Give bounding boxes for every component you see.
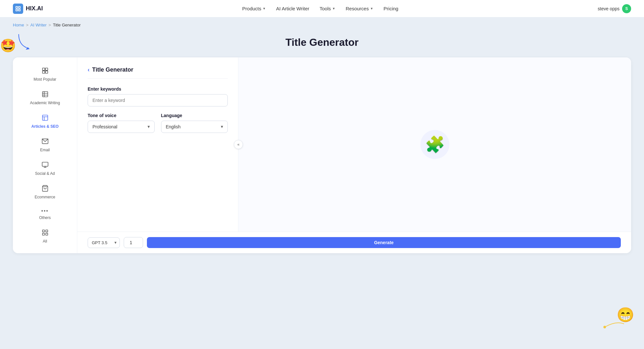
- gpt-select[interactable]: GPT 3.5 GPT 4: [88, 237, 120, 248]
- form-output-inner: ‹ Title Generator Enter keywords Tone of…: [77, 57, 631, 232]
- svg-rect-7: [42, 71, 44, 73]
- back-button[interactable]: ‹: [88, 66, 90, 73]
- puzzle-graphic: 🧩: [420, 130, 449, 159]
- more-icon: •••: [41, 208, 49, 214]
- sidebar-item-all[interactable]: All: [15, 224, 74, 248]
- nav-products[interactable]: Products ▼: [242, 6, 266, 11]
- products-chevron-icon: ▼: [263, 7, 266, 10]
- floating-emoji-bottom: 😁: [617, 306, 634, 323]
- logo[interactable]: HIX.AI: [13, 4, 43, 14]
- language-col: Language English Spanish French German C…: [161, 113, 228, 133]
- breadcrumb-sep-1: >: [26, 23, 29, 27]
- nav-pricing[interactable]: Pricing: [384, 6, 399, 11]
- all-icon: [42, 229, 49, 237]
- sidebar-item-articles-seo[interactable]: Articles & SEO: [15, 110, 74, 133]
- breadcrumb-home[interactable]: Home: [13, 23, 24, 27]
- breadcrumb-ai-writer[interactable]: AI Writer: [30, 23, 46, 27]
- tools-chevron-icon: ▼: [332, 7, 335, 10]
- resources-chevron-icon: ▼: [370, 7, 373, 10]
- breadcrumb: Home > AI Writer > Title Generator: [0, 17, 644, 30]
- output-placeholder: 🧩: [420, 130, 449, 159]
- tone-col: Tone of voice Professional Casual Formal…: [88, 113, 155, 133]
- tone-language-row: Tone of voice Professional Casual Formal…: [88, 113, 228, 133]
- svg-rect-21: [42, 230, 44, 232]
- header: HIX.AI Products ▼ AI Article Writer Tool…: [0, 0, 644, 17]
- shopping-icon: [42, 185, 49, 193]
- tone-select[interactable]: Professional Casual Formal Friendly Humo…: [88, 121, 155, 133]
- layout-icon: [42, 114, 49, 122]
- svg-rect-8: [45, 71, 47, 73]
- svg-rect-3: [16, 9, 17, 11]
- svg-rect-24: [45, 233, 47, 235]
- avatar: S: [622, 4, 631, 13]
- floating-emoji-top: 🤩: [0, 38, 16, 53]
- page-title: Title Generator: [0, 36, 644, 48]
- main-nav: Products ▼ AI Article Writer Tools ▼ Res…: [242, 6, 399, 11]
- sidebar-item-others[interactable]: ••• Others: [15, 204, 74, 224]
- sidebar-item-email[interactable]: Email: [15, 133, 74, 157]
- breadcrumb-sep-2: >: [49, 23, 51, 27]
- nav-ai-article-writer[interactable]: AI Article Writer: [276, 6, 309, 11]
- collapse-button[interactable]: «: [234, 140, 243, 149]
- book-icon: [42, 91, 49, 99]
- card: Most Popular Academic Writing Articles &…: [13, 57, 631, 253]
- svg-rect-9: [42, 92, 48, 97]
- grid-icon: [42, 67, 49, 75]
- svg-rect-17: [42, 162, 48, 166]
- sidebar-item-academic-writing[interactable]: Academic Writing: [15, 86, 74, 110]
- keywords-field-wrap: Enter keywords: [88, 86, 228, 113]
- sidebar-item-social-ad[interactable]: Social & Ad: [15, 157, 74, 180]
- svg-rect-0: [16, 6, 17, 8]
- user-menu[interactable]: steve opps S: [598, 4, 631, 13]
- language-select[interactable]: English Spanish French German Chinese: [161, 121, 228, 133]
- svg-rect-13: [42, 115, 48, 121]
- language-label: Language: [161, 113, 228, 118]
- svg-rect-2: [19, 9, 20, 11]
- sidebar: Most Popular Academic Writing Articles &…: [13, 57, 77, 253]
- form-area: ‹ Title Generator Enter keywords Tone of…: [77, 57, 238, 232]
- svg-rect-6: [45, 68, 47, 70]
- generate-button[interactable]: Generate: [147, 237, 621, 248]
- monitor-icon: [42, 161, 49, 169]
- keywords-input[interactable]: [88, 94, 228, 106]
- svg-rect-23: [42, 233, 44, 235]
- page-title-wrap: Title Generator: [0, 30, 644, 57]
- svg-rect-22: [45, 230, 47, 232]
- nav-tools[interactable]: Tools ▼: [320, 6, 335, 11]
- sidebar-item-ecommerce[interactable]: Ecommerce: [15, 180, 74, 204]
- form-output-wrapper: ‹ Title Generator Enter keywords Tone of…: [77, 57, 631, 253]
- svg-rect-1: [19, 6, 20, 8]
- keywords-label: Enter keywords: [88, 86, 228, 92]
- language-select-wrap: English Spanish French German Chinese ▼: [161, 121, 228, 133]
- tone-label: Tone of voice: [88, 113, 155, 118]
- breadcrumb-current: Title Generator: [53, 23, 81, 27]
- sidebar-item-most-popular[interactable]: Most Popular: [15, 63, 74, 86]
- main-content: 🤩 Most Popular Academic Writing: [0, 57, 644, 266]
- nav-resources[interactable]: Resources ▼: [346, 6, 373, 11]
- form-header: ‹ Title Generator: [88, 66, 228, 79]
- svg-rect-5: [42, 68, 44, 70]
- mail-icon: [42, 138, 49, 146]
- logo-icon: [13, 4, 23, 14]
- count-input[interactable]: [124, 237, 143, 248]
- output-area: « 🧩: [238, 57, 631, 232]
- tone-select-wrap: Professional Casual Formal Friendly Humo…: [88, 121, 155, 133]
- form-footer: GPT 3.5 GPT 4 ▼ Generate: [77, 232, 631, 253]
- gpt-select-wrap: GPT 3.5 GPT 4 ▼: [88, 237, 120, 248]
